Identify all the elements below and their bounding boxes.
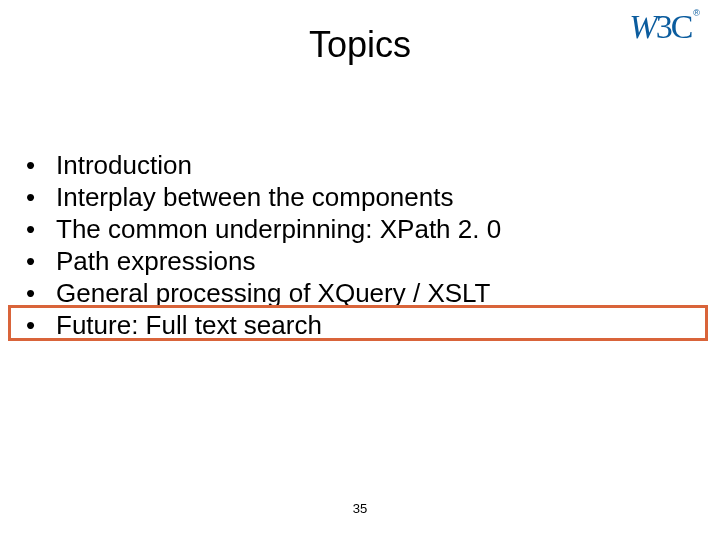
list-item: • General processing of XQuery / XSLT: [26, 278, 501, 310]
bullet-icon: •: [26, 150, 56, 182]
list-item-label: The common underpinning: XPath 2. 0: [56, 214, 501, 246]
list-item: • Path expressions: [26, 246, 501, 278]
list-item: • Introduction: [26, 150, 501, 182]
list-item: • The common underpinning: XPath 2. 0: [26, 214, 501, 246]
list-item: • Future: Full text search: [26, 310, 501, 342]
list-item-label: Future: Full text search: [56, 310, 322, 342]
slide-title: Topics: [0, 24, 720, 66]
registered-icon: ®: [693, 8, 700, 18]
list-item-label: General processing of XQuery / XSLT: [56, 278, 491, 310]
page-number: 35: [0, 501, 720, 516]
bullet-icon: •: [26, 182, 56, 214]
bullet-icon: •: [26, 214, 56, 246]
bullet-icon: •: [26, 310, 56, 342]
slide: W3C® Topics • Introduction • Interplay b…: [0, 0, 720, 540]
bullet-icon: •: [26, 246, 56, 278]
list-item-label: Introduction: [56, 150, 192, 182]
bullet-icon: •: [26, 278, 56, 310]
list-item: • Interplay between the components: [26, 182, 501, 214]
list-item-label: Path expressions: [56, 246, 255, 278]
list-item-label: Interplay between the components: [56, 182, 453, 214]
bullet-list: • Introduction • Interplay between the c…: [26, 150, 501, 342]
